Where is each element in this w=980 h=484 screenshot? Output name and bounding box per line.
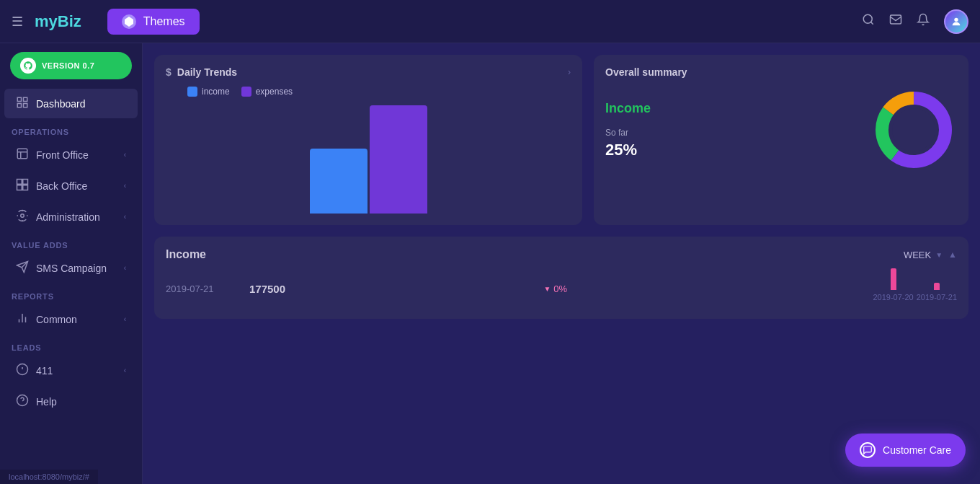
svg-rect-1 <box>891 15 901 24</box>
income-controls: WEEK ▼ ▲ <box>904 250 957 260</box>
leads-section: LEADS <box>0 338 142 355</box>
svg-rect-6 <box>24 104 27 107</box>
week-chevron-down-icon: ▼ <box>935 251 943 259</box>
sidebar-item-administration[interactable]: Administration ‹ <box>4 202 138 232</box>
search-icon[interactable] <box>862 13 875 30</box>
main-content: $ Daily Trends › income expenses <box>143 43 980 484</box>
administration-icon <box>16 209 29 224</box>
sms-campaign-chevron: ‹ <box>124 264 126 272</box>
header-left: ☰ myBiz Themes <box>12 9 200 35</box>
mail-icon[interactable] <box>889 13 902 30</box>
income-legend-dot <box>187 87 197 97</box>
help-icon <box>16 394 29 409</box>
income-date: 2019-07-21 <box>166 283 238 294</box>
daily-trends-chart <box>166 105 571 214</box>
income-label: Income <box>605 101 651 116</box>
411-chevron: ‹ <box>124 366 126 374</box>
header-right <box>862 9 968 34</box>
svg-rect-11 <box>23 185 28 190</box>
version-label: VERSION 0.7 <box>42 61 94 70</box>
spark-date-2: 2019-07-21 <box>917 293 957 302</box>
avatar[interactable] <box>944 9 968 34</box>
version-badge[interactable]: VERSION 0.7 <box>10 52 132 79</box>
daily-trends-legend: income expenses <box>166 87 571 97</box>
back-office-icon <box>16 178 29 193</box>
customer-care-icon <box>860 442 876 458</box>
github-icon <box>20 58 36 74</box>
overall-summary-card: Overall summary Income So far 25% <box>594 55 968 225</box>
bell-icon[interactable] <box>917 13 930 30</box>
svg-point-2 <box>954 17 958 21</box>
svg-point-26 <box>892 108 935 151</box>
administration-chevron: ‹ <box>124 213 126 221</box>
sidebar-item-help[interactable]: Help <box>4 387 138 416</box>
sidebar-item-back-office[interactable]: Back Office ‹ <box>4 171 138 201</box>
income-collapse-icon[interactable]: ▲ <box>948 250 957 260</box>
themes-icon <box>122 14 136 29</box>
themes-tab-label: Themes <box>143 15 185 28</box>
sidebar-item-411[interactable]: 411 ‹ <box>4 356 138 385</box>
411-label: 411 <box>36 365 53 377</box>
dollar-icon: $ <box>166 66 172 78</box>
change-arrow-icon: ▼ <box>543 285 551 293</box>
daily-trends-header: $ Daily Trends › <box>166 66 571 78</box>
svg-rect-10 <box>17 185 22 190</box>
back-office-chevron: ‹ <box>124 182 126 190</box>
customer-care-label: Customer Care <box>883 444 951 456</box>
top-cards-row: $ Daily Trends › income expenses <box>154 55 968 225</box>
dashboard-icon <box>16 96 29 111</box>
header: ☰ myBiz Themes <box>0 0 980 43</box>
spark-bar-1 <box>891 268 896 290</box>
sms-campaign-icon <box>16 260 29 276</box>
svg-point-0 <box>863 14 872 23</box>
front-office-icon <box>16 147 29 162</box>
administration-label: Administration <box>36 211 100 223</box>
daily-trends-title: $ Daily Trends <box>166 66 237 78</box>
overall-percent: 25% <box>605 141 651 159</box>
svg-point-12 <box>21 214 24 218</box>
logo: myBiz <box>35 12 81 31</box>
overall-summary-inner: Income So far 25% <box>605 87 957 173</box>
sparkline-group-2: 2019-07-21 <box>917 283 957 302</box>
spark-bar-2 <box>934 283 940 290</box>
logo-my: my <box>35 12 58 30</box>
sms-campaign-label: SMS Campaign <box>36 263 107 274</box>
daily-trends-card: $ Daily Trends › income expenses <box>154 55 582 225</box>
sidebar-item-front-office[interactable]: Front Office ‹ <box>4 140 138 170</box>
common-label: Common <box>36 314 77 325</box>
daily-trends-chevron[interactable]: › <box>568 67 571 77</box>
back-office-label: Back Office <box>36 180 87 192</box>
overall-summary-title: Overall summary <box>605 66 687 78</box>
income-change: ▼ 0% <box>543 283 567 294</box>
income-sparkline: 2019-07-20 2019-07-21 <box>873 276 957 302</box>
value-adds-section: VALUE ADDS <box>0 235 142 252</box>
week-selector[interactable]: WEEK ▼ <box>904 250 943 260</box>
spark-date-1: 2019-07-20 <box>873 293 913 302</box>
income-section: Income WEEK ▼ ▲ 2019-07-21 177500 ▼ 0% <box>154 237 968 319</box>
sidebar: VERSION 0.7 Dashboard OPERATIONS Front O… <box>0 43 143 484</box>
common-chevron: ‹ <box>124 315 126 323</box>
sidebar-item-sms-campaign[interactable]: SMS Campaign ‹ <box>4 253 138 283</box>
income-legend: income <box>187 87 230 97</box>
hamburger-menu[interactable]: ☰ <box>12 14 23 30</box>
overall-summary-header: Overall summary <box>605 66 957 78</box>
411-icon <box>16 363 29 378</box>
customer-care-button[interactable]: Customer Care <box>845 434 966 467</box>
expenses-legend-label: expenses <box>256 87 293 97</box>
sidebar-item-common[interactable]: Common ‹ <box>4 304 138 334</box>
themes-tab[interactable]: Themes <box>107 9 200 35</box>
front-office-chevron: ‹ <box>124 151 126 159</box>
income-value: 177500 <box>249 283 532 295</box>
expenses-legend-dot <box>241 87 251 97</box>
svg-rect-4 <box>24 97 27 101</box>
income-row: 2019-07-21 177500 ▼ 0% 2019-07-20 2019-0… <box>166 270 957 307</box>
income-legend-label: income <box>202 87 230 97</box>
svg-rect-9 <box>23 180 28 185</box>
bar-group <box>310 105 427 214</box>
income-bar <box>310 149 368 214</box>
sidebar-item-dashboard[interactable]: Dashboard <box>4 89 138 118</box>
change-percent: 0% <box>553 283 567 294</box>
operations-section: OPERATIONS <box>0 122 142 139</box>
main-layout: VERSION 0.7 Dashboard OPERATIONS Front O… <box>0 43 980 484</box>
overall-left: Income So far 25% <box>605 101 651 159</box>
